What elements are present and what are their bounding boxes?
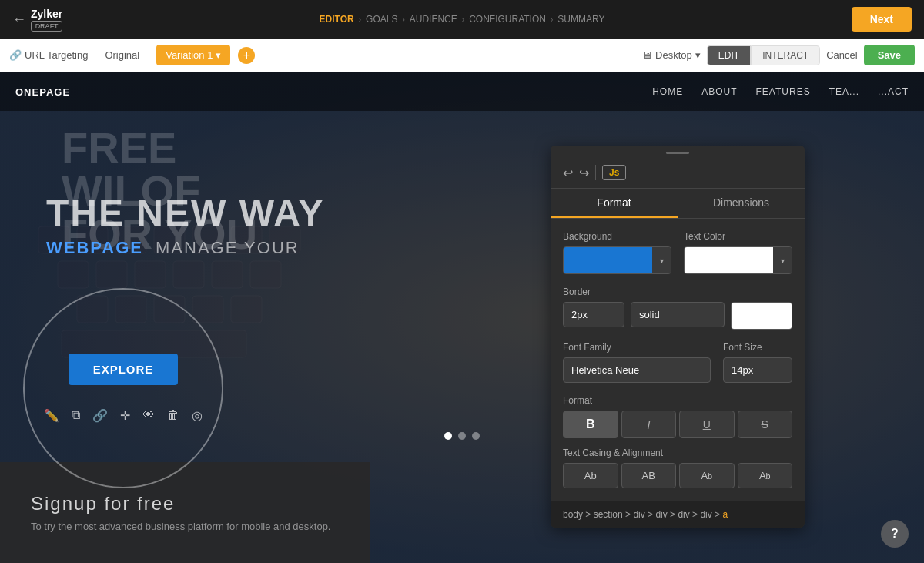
signup-section: Signup for free To try the most advanced… [0,462,370,563]
carousel-dot-1[interactable] [444,432,452,440]
cancel-button[interactable]: Cancel [826,49,857,61]
format-buttons: B I U S [563,411,792,438]
font-family-field: Font Family [563,342,711,383]
page-logo: ONEPAGE [15,86,70,98]
background-label: Background [563,231,671,242]
casing-buttons: Ab AB Ab Ab [563,463,792,488]
breadcrumb-audience[interactable]: AUDIENCE [410,14,457,25]
hero-bg-text: FREE WILOF FOR YOU [62,126,257,256]
border-section: Border [563,287,792,330]
help-button[interactable]: ? [881,520,909,548]
font-size-input[interactable] [723,357,792,383]
page-nav: ONEPAGE HOME ABOUT FEATURES TEA... ...AC… [0,72,924,111]
more-tool[interactable]: ◎ [192,408,203,423]
casing-subscript-button[interactable]: Ab [738,463,793,488]
copy-tool[interactable]: ⧉ [72,408,80,423]
edit-mode-button[interactable]: EDIT [707,45,751,65]
carousel-dot-2[interactable] [458,432,466,440]
drag-bar [666,152,689,154]
explore-button[interactable]: EXPLORE [69,354,179,385]
breadcrumb-summary[interactable]: SUMMARY [557,14,604,25]
visibility-tool[interactable]: 👁 [142,408,155,423]
save-button[interactable]: Save [864,45,915,65]
background-color-picker[interactable]: ▾ [563,246,671,274]
font-size-label: Font Size [723,342,792,353]
device-selector[interactable]: 🖥 Desktop ▾ [642,49,701,61]
italic-button[interactable]: I [621,411,677,438]
bold-button[interactable]: B [563,411,618,438]
edit-tool[interactable]: ✏️ [44,408,59,423]
color-row: Background ▾ Text Color ▾ [563,231,792,274]
border-width-input[interactable] [563,302,624,327]
brand-block: Zylker DRAFT [31,8,62,32]
text-color-arrow[interactable]: ▾ [773,247,792,273]
border-color-swatch [732,303,792,329]
breadcrumb-configuration[interactable]: CONFIGURATION [469,14,546,25]
hero-main-title: THE NEW WAY [46,192,325,234]
format-label: Format [563,395,792,406]
interact-mode-button[interactable]: INTERACT [751,45,820,65]
border-color-picker[interactable] [731,302,792,330]
text-color-label: Text Color [684,231,792,242]
link-icon: 🔗 [9,49,22,61]
hero-subtitles: WEBPAGE MANAGE YOUR [46,238,300,258]
font-row: Font Family Font Size [563,342,792,383]
monitor-icon: 🖥 [642,49,652,61]
text-color-swatch [685,247,773,273]
url-targeting[interactable]: 🔗 URL Targeting [9,49,88,61]
strikethrough-button[interactable]: S [738,411,793,438]
breadcrumb-goals[interactable]: GOALS [366,14,397,25]
font-family-label: Font Family [563,342,711,353]
add-variation-button[interactable]: + [238,47,255,64]
font-size-field: Font Size [723,342,792,383]
draft-badge: DRAFT [31,21,62,32]
variation1-tab[interactable]: Variation 1 ▾ [156,45,230,65]
border-label: Border [563,287,792,297]
background-field: Background ▾ [563,231,671,274]
border-style-input[interactable] [631,302,725,327]
next-button[interactable]: Next [852,7,912,32]
casing-superscript-button[interactable]: Ab [679,463,735,488]
element-toolbar: ✏️ ⧉ 🔗 ✛ 👁 🗑 ◎ [44,408,203,423]
move-tool[interactable]: ✛ [120,408,130,423]
delete-tool[interactable]: 🗑 [167,408,179,423]
top-nav: ← Zylker DRAFT EDITOR › GOALS › AUDIENCE… [0,0,924,39]
text-color-picker[interactable]: ▾ [684,246,792,274]
font-family-input[interactable] [563,357,711,383]
carousel-dots [444,432,480,440]
properties-panel: ↩ ↪ Js Format Dimensions Background ▾ Te… [551,146,805,528]
signup-desc: To try the most advanced business platfo… [31,521,339,532]
casing-ab-button[interactable]: Ab [563,463,618,488]
panel-body: Background ▾ Text Color ▾ Border [551,219,805,501]
panel-toolbar: ↩ ↪ Js [551,160,805,189]
page-nav-links: HOME ABOUT FEATURES TEA... ...ACT [652,86,909,97]
casing-label: Text Casing & Alignment [563,447,792,458]
back-button[interactable]: ← [12,12,26,28]
original-tab[interactable]: Original [95,45,149,65]
casing-section: Text Casing & Alignment Ab AB Ab Ab [563,447,792,488]
casing-AB-button[interactable]: AB [621,463,677,488]
element-selector-circle: EXPLORE ✏️ ⧉ 🔗 ✛ 👁 🗑 ◎ [23,288,223,488]
breadcrumb: EDITOR › GOALS › AUDIENCE › CONFIGURATIO… [320,14,605,25]
panel-divider [595,165,596,180]
breadcrumb-editor[interactable]: EDITOR [320,14,354,25]
underline-button[interactable]: U [679,411,735,438]
js-badge: Js [602,165,626,180]
undo-button[interactable]: ↩ [563,166,573,180]
redo-button[interactable]: ↪ [579,166,589,180]
background-arrow[interactable]: ▾ [652,247,671,273]
main-editor-area: ONEPAGE HOME ABOUT FEATURES TEA... ...AC… [0,72,924,563]
carousel-dot-3[interactable] [472,432,480,440]
panel-drag-handle[interactable] [551,146,805,160]
toolbar-right: 🖥 Desktop ▾ EDIT INTERACT Cancel Save [642,45,915,65]
panel-tabs: Format Dimensions [551,189,805,219]
dimensions-tab[interactable]: Dimensions [678,189,805,218]
border-row [563,302,792,330]
format-tab[interactable]: Format [551,189,678,218]
editor-toolbar: 🔗 URL Targeting Original Variation 1 ▾ +… [0,39,924,72]
edit-interact-toggle: EDIT INTERACT [707,45,820,65]
background-swatch [564,247,652,273]
link-tool[interactable]: 🔗 [92,408,108,423]
signup-title: Signup for free [31,493,339,514]
brand-name: Zylker [31,8,62,20]
